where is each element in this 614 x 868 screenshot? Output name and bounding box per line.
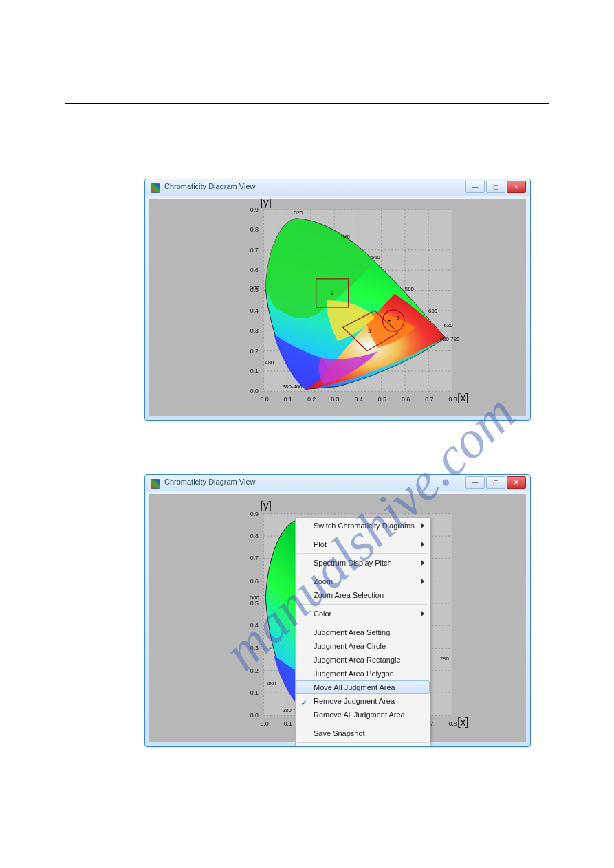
judgment-poly-label: 3: [368, 328, 371, 334]
svg-text:0.7: 0.7: [250, 555, 259, 561]
svg-text:0.2: 0.2: [307, 396, 316, 403]
chromaticity-window-1: Chromaticity Diagram View — ▢ ✕: [144, 179, 531, 421]
svg-text:0.4: 0.4: [354, 396, 362, 403]
wavelength-label: 680-780: [440, 336, 460, 342]
maximize-button[interactable]: ▢: [486, 181, 505, 193]
window-title: Chromaticity Diagram View: [164, 182, 255, 190]
wavelength-label: 560: [371, 254, 381, 260]
close-button[interactable]: ✕: [507, 181, 526, 193]
judgment-circle-label: 1: [397, 315, 399, 321]
svg-text:0.8: 0.8: [250, 226, 259, 233]
wavelength-label: 600: [428, 308, 438, 314]
svg-text:0.7: 0.7: [425, 396, 433, 403]
menu-color[interactable]: Color: [296, 607, 430, 621]
svg-text:0.0: 0.0: [260, 396, 268, 403]
menu-remove-judgment[interactable]: ✓ Remove Judgment Area: [296, 694, 430, 708]
chromaticity-window-2: Chromaticity Diagram View — ▢ ✕: [144, 474, 531, 747]
menu-separator: [297, 553, 428, 554]
svg-text:0.6: 0.6: [402, 396, 410, 403]
titlebar[interactable]: Chromaticity Diagram View — ▢ ✕: [145, 179, 530, 196]
menu-property[interactable]: Property: [296, 745, 430, 747]
menu-remove-all-judgment[interactable]: Remove All Judgment Area: [296, 708, 430, 722]
close-button[interactable]: ✕: [507, 476, 526, 489]
client-area: 500 480 380-460 780 [y] [x] 0.0 0.1 0.2 …: [149, 494, 526, 742]
minimize-button[interactable]: —: [465, 181, 485, 193]
menu-separator: [297, 623, 428, 623]
menu-separator: [297, 535, 428, 535]
submenu-arrow-icon: [421, 579, 424, 584]
submenu-arrow-icon: [421, 560, 424, 566]
svg-text:0.9: 0.9: [250, 511, 259, 518]
context-menu: Switch Chromaticity Diagrams Plot Spectr…: [295, 517, 430, 747]
svg-text:0.1: 0.1: [284, 720, 292, 727]
app-icon: [151, 479, 160, 489]
x-axis-label: [x]: [457, 392, 469, 403]
wavelength-label: 520: [294, 210, 303, 216]
svg-text:0.7: 0.7: [250, 247, 259, 254]
svg-text:0.3: 0.3: [250, 327, 259, 334]
svg-text:480: 480: [267, 680, 276, 687]
menu-separator: [297, 572, 428, 572]
x-axis-label: [x]: [457, 716, 469, 728]
menu-move-all-judgment[interactable]: Move All Judgment Area: [296, 680, 430, 694]
svg-text:0.6: 0.6: [250, 267, 259, 274]
menu-judgment-circle[interactable]: Judgment Area Circle: [296, 639, 430, 653]
svg-text:0.8: 0.8: [448, 396, 457, 403]
svg-text:0.2: 0.2: [250, 348, 259, 355]
minimize-button[interactable]: —: [465, 476, 485, 489]
svg-text:780: 780: [440, 656, 450, 662]
submenu-arrow-icon: [421, 611, 424, 616]
svg-text:0.5: 0.5: [378, 396, 386, 403]
menu-switch-diagrams[interactable]: Switch Chromaticity Diagrams: [296, 519, 430, 533]
menu-judgment-rectangle[interactable]: Judgment Area Rectangle: [296, 653, 430, 667]
chromaticity-diagram[interactable]: 2 3 1 520 540 560 580 600 620 680-780 50…: [149, 199, 526, 416]
svg-text:0.9: 0.9: [250, 206, 259, 213]
wavelength-label: 540: [341, 234, 351, 240]
menu-zoom-area[interactable]: Zoom Area Selection: [296, 588, 430, 602]
judgment-rect-label: 2: [331, 290, 333, 296]
menu-separator: [297, 742, 428, 743]
svg-text:0.5: 0.5: [250, 287, 259, 293]
wavelength-label: 620: [444, 322, 454, 329]
menu-zoom[interactable]: Zoom: [296, 575, 430, 588]
svg-text:0.6: 0.6: [250, 578, 259, 585]
svg-text:0.2: 0.2: [250, 667, 259, 674]
client-area: 2 3 1 520 540 560 580 600 620 680-780 50…: [149, 199, 526, 416]
svg-text:0.3: 0.3: [331, 396, 339, 403]
submenu-arrow-icon: [421, 542, 424, 547]
menu-separator: [297, 724, 428, 724]
svg-text:0.4: 0.4: [250, 622, 259, 629]
wavelength-label: 380-460: [283, 383, 303, 390]
svg-text:0.0: 0.0: [250, 388, 259, 394]
svg-text:0.3: 0.3: [250, 645, 259, 652]
menu-separator: [297, 604, 428, 605]
plotted-point: [388, 320, 390, 321]
y-axis-label: [y]: [260, 500, 272, 511]
svg-text:0.1: 0.1: [284, 396, 292, 403]
menu-save-snapshot[interactable]: Save Snapshot: [296, 726, 430, 740]
submenu-arrow-icon: [421, 523, 424, 528]
svg-text:0.8: 0.8: [448, 720, 457, 727]
svg-text:0.5: 0.5: [250, 600, 259, 607]
svg-text:0.1: 0.1: [250, 368, 259, 375]
wavelength-label: 580: [405, 286, 415, 292]
svg-text:0.8: 0.8: [250, 533, 259, 539]
menu-judgment-polygon[interactable]: Judgment Area Polygon: [296, 667, 430, 680]
menu-judgment-setting[interactable]: Judgment Area Setting: [296, 625, 430, 639]
window-title: Chromaticity Diagram View: [164, 478, 255, 486]
svg-text:0.0: 0.0: [260, 720, 268, 727]
titlebar[interactable]: Chromaticity Diagram View — ▢ ✕: [145, 475, 530, 491]
wavelength-label: 480: [265, 359, 274, 366]
svg-text:0.0: 0.0: [250, 712, 259, 719]
menu-plot[interactable]: Plot: [296, 537, 430, 551]
svg-text:0.1: 0.1: [250, 689, 259, 696]
menu-spectrum-pitch[interactable]: Spectrum Display Pitch: [296, 556, 430, 570]
app-icon: [151, 183, 160, 193]
svg-text:0.4: 0.4: [250, 307, 259, 314]
y-axis-label: [y]: [260, 199, 272, 208]
section-divider: [65, 103, 549, 104]
maximize-button[interactable]: ▢: [486, 476, 505, 489]
